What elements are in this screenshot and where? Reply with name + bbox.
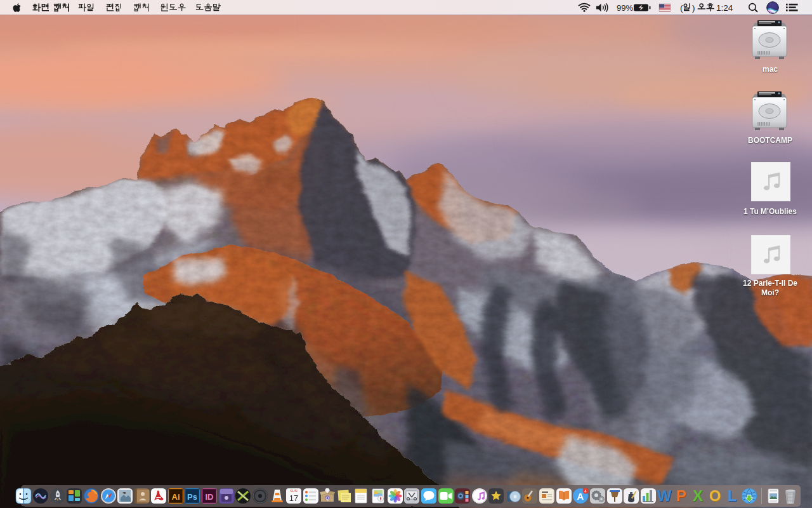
svg-text:4: 4 (584, 489, 587, 493)
svg-text:O: O (709, 488, 721, 504)
svg-text:(: ( (680, 3, 683, 13)
svg-text:X: X (693, 488, 703, 504)
svg-text:A: A (577, 491, 584, 502)
svg-text:L: L (728, 488, 737, 504)
svg-text:Ai: Ai (172, 492, 180, 502)
svg-text:99%: 99% (617, 3, 633, 13)
svg-text:1:24: 1:24 (716, 3, 733, 13)
svg-text:Q: Q (325, 496, 329, 501)
svg-text:17: 17 (289, 493, 298, 503)
svg-text:): ) (692, 3, 695, 13)
svg-text:P: P (676, 488, 686, 504)
svg-text:Ps: Ps (187, 492, 197, 502)
svg-text:SUN: SUN (290, 489, 298, 493)
svg-text:ID: ID (206, 492, 214, 502)
svg-text:W: W (657, 488, 672, 504)
